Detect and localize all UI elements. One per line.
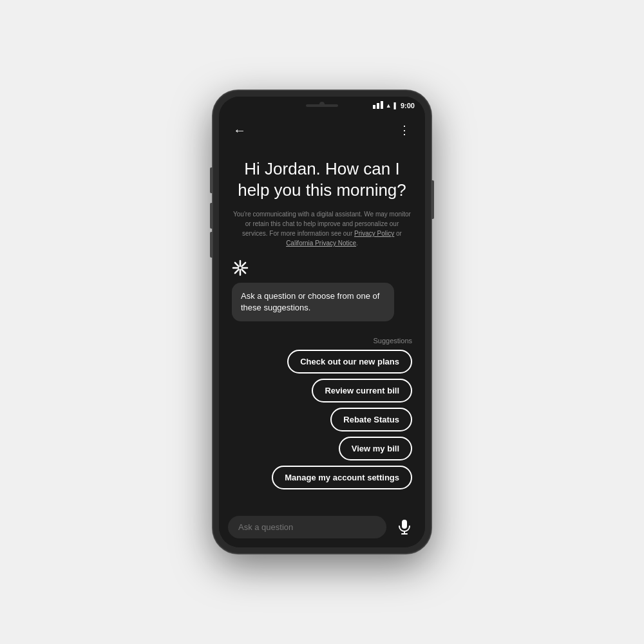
question-input[interactable]: [228, 516, 386, 538]
disclaimer-text: You're communicating with a digital assi…: [232, 209, 412, 248]
suggestions-label: Suggestions: [373, 337, 412, 345]
nav-bar: ← ⋮: [219, 115, 425, 146]
privacy-policy-link[interactable]: Privacy Policy: [354, 230, 394, 237]
svg-line-10: [235, 269, 239, 273]
phone-screen: ▲ ▌ 9:00 ← ⋮ Hi Jordan. How can I help y…: [219, 97, 425, 547]
lte-icon: ▲: [386, 102, 392, 109]
battery-icon: ▌: [394, 102, 398, 109]
mic-button[interactable]: [393, 515, 416, 538]
svg-marker-0: [373, 105, 375, 109]
speaker-notch: [306, 104, 338, 107]
bottom-input-bar: [219, 509, 425, 547]
chat-bubble: Ask a question or choose from one of the…: [232, 283, 394, 321]
svg-rect-11: [402, 520, 407, 529]
back-button[interactable]: ←: [229, 120, 250, 140]
suggestion-check-plans[interactable]: Check out our new plans: [287, 350, 412, 374]
svg-line-7: [235, 263, 239, 267]
svg-marker-2: [381, 101, 383, 109]
suggestion-view-bill[interactable]: View my bill: [339, 437, 412, 460]
chat-content: Hi Jordan. How can I help you this morni…: [219, 146, 425, 509]
status-time: 9:00: [401, 102, 415, 109]
phone-device: ▲ ▌ 9:00 ← ⋮ Hi Jordan. How can I help y…: [213, 90, 431, 554]
svg-line-8: [242, 269, 245, 273]
signal-icon: [373, 101, 383, 110]
menu-button[interactable]: ⋮: [394, 120, 415, 140]
suggestion-review-bill[interactable]: Review current bill: [312, 379, 412, 402]
suggestions-section: Suggestions Check out our new plans Revi…: [232, 337, 412, 489]
svg-line-9: [242, 263, 245, 267]
suggestion-rebate-status[interactable]: Rebate Status: [330, 408, 412, 431]
california-privacy-link[interactable]: California Privacy Notice: [286, 240, 356, 247]
svg-marker-1: [377, 103, 379, 109]
suggestion-manage-account[interactable]: Manage my account settings: [272, 466, 412, 489]
greeting-title: Hi Jordan. How can I help you this morni…: [232, 158, 412, 200]
loading-icon: [232, 260, 249, 276]
